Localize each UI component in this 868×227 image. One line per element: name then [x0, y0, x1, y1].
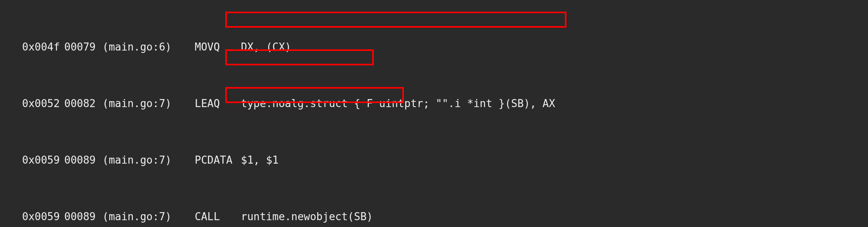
mnemonic: CALL	[195, 207, 241, 226]
mnemonic: PCDATA	[195, 151, 241, 170]
location: (main.go:6)	[102, 38, 195, 57]
asm-line: 0x005200082(main.go:7)LEAQtype.noalg.str…	[22, 94, 868, 113]
args: type.noalg.struct { F uintptr; "".i *int…	[241, 94, 555, 113]
highlight-box	[225, 12, 566, 28]
offset: 00089	[64, 207, 102, 226]
addr: 0x0059	[22, 207, 64, 226]
location: (main.go:7)	[102, 94, 195, 113]
offset: 00089	[64, 151, 102, 170]
asm-line: 0x005900089(main.go:7)PCDATA$1, $1	[22, 151, 868, 170]
location: (main.go:7)	[102, 151, 195, 170]
args: runtime.newobject(SB)	[241, 207, 373, 226]
args: DX, (CX)	[241, 38, 291, 57]
addr: 0x0052	[22, 94, 64, 113]
args: $1, $1	[241, 151, 279, 170]
location: (main.go:7)	[102, 207, 195, 226]
asm-line: 0x004f00079(main.go:6)MOVQDX, (CX)	[22, 38, 868, 57]
offset: 00079	[64, 38, 102, 57]
assembly-listing: 0x004f00079(main.go:6)MOVQDX, (CX) 0x005…	[0, 0, 868, 227]
asm-line: 0x005900089(main.go:7)CALLruntime.newobj…	[22, 207, 868, 226]
offset: 00082	[64, 94, 102, 113]
mnemonic: MOVQ	[195, 38, 241, 57]
addr: 0x0059	[22, 151, 64, 170]
mnemonic: LEAQ	[195, 94, 241, 113]
addr: 0x004f	[22, 38, 64, 57]
